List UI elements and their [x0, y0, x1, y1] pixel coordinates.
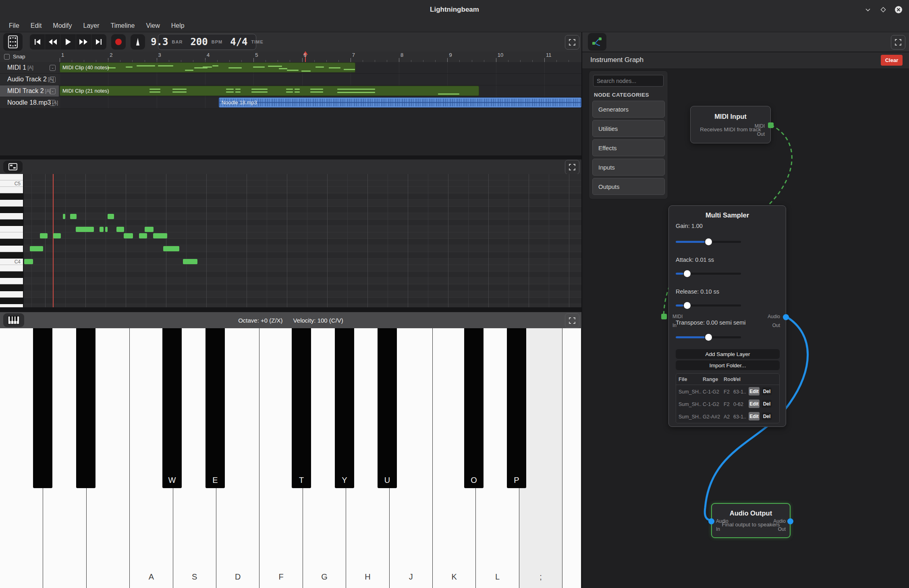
black-key-O[interactable]: O [464, 328, 484, 488]
roll-white-key[interactable]: C5 [0, 180, 23, 187]
audio-out-port[interactable] [787, 518, 793, 524]
midi-note[interactable] [40, 233, 48, 238]
delete-button[interactable]: Del [762, 412, 772, 420]
skip-to-start-button[interactable] [30, 34, 45, 50]
menu-item-timeline[interactable]: Timeline [105, 19, 141, 32]
import-folder-button[interactable]: Import Folder... [676, 360, 780, 370]
piano-roll-grid[interactable]: C5C4 [0, 174, 581, 307]
roll-white-key[interactable] [0, 232, 23, 239]
fast-forward-button[interactable] [76, 34, 91, 50]
midi-note[interactable] [70, 214, 77, 219]
menu-item-help[interactable]: Help [166, 19, 190, 32]
midi-input-node[interactable]: MIDI Input Receives MIDI from track MIDI… [690, 106, 771, 143]
midi-note[interactable] [100, 227, 104, 232]
black-key-T[interactable]: T [292, 328, 311, 488]
maximize-icon[interactable] [878, 4, 889, 15]
midi-clip[interactable]: MIDI Clip (40 notes) [60, 62, 355, 72]
timeline-ruler[interactable]: Snap 1234567891011 [0, 52, 581, 62]
play-button[interactable] [60, 34, 76, 50]
piano-roll-key-column[interactable]: C5C4 [0, 174, 24, 307]
graph-fullscreen-icon[interactable] [891, 35, 905, 50]
category-utilities[interactable]: Utilities [592, 120, 665, 137]
roll-black-key[interactable] [0, 271, 23, 278]
category-effects[interactable]: Effects [592, 139, 665, 156]
mini-view-icon[interactable] [3, 161, 23, 173]
track-name-cell[interactable]: Audio Track 2[A]- [0, 74, 59, 85]
midi-note[interactable] [163, 246, 179, 251]
roll-black-key[interactable] [0, 239, 23, 245]
menu-item-edit[interactable]: Edit [25, 19, 48, 32]
roll-black-key[interactable] [0, 193, 23, 200]
slider-thumb[interactable] [705, 334, 712, 341]
black-key-P[interactable]: P [507, 328, 526, 488]
audio-in-port[interactable] [708, 518, 714, 524]
black-key-U[interactable]: U [378, 328, 397, 488]
piano-roll-fullscreen-icon[interactable] [565, 160, 579, 174]
track-collapse-button[interactable]: - [50, 88, 56, 94]
roll-white-key[interactable] [0, 200, 23, 206]
midi-note[interactable] [105, 227, 108, 232]
black-key-Y[interactable]: Y [335, 328, 354, 488]
edit-button[interactable]: Edit [749, 387, 760, 395]
delete-button[interactable]: Del [762, 400, 772, 408]
slider-thumb[interactable] [684, 302, 691, 309]
roll-white-key[interactable] [0, 226, 23, 232]
slider-thumb[interactable] [705, 238, 712, 245]
midi-note[interactable] [30, 246, 43, 251]
audio-out-port[interactable] [783, 314, 789, 320]
param-slider[interactable] [676, 241, 741, 243]
roll-white-key[interactable] [0, 187, 23, 193]
roll-black-key[interactable] [0, 298, 23, 304]
category-generators[interactable]: Generators [592, 101, 665, 118]
track-name-cell[interactable]: MIDI Track 2[A]- [0, 85, 59, 97]
record-button[interactable] [111, 34, 126, 50]
category-inputs[interactable]: Inputs [592, 159, 665, 176]
roll-white-key[interactable] [0, 304, 23, 307]
node-graph-icon[interactable] [588, 33, 606, 51]
roll-black-key[interactable] [0, 284, 23, 291]
midi-note[interactable] [24, 259, 33, 264]
black-key-E[interactable]: E [205, 328, 225, 488]
track-name-cell[interactable]: Noodle 18.mp3[A]- [0, 97, 59, 108]
menu-item-view[interactable]: View [140, 19, 165, 32]
slider-thumb[interactable] [684, 270, 691, 277]
edit-button[interactable]: Edit [749, 400, 760, 408]
track-collapse-button[interactable]: - [50, 65, 56, 71]
roll-white-key[interactable] [0, 174, 23, 180]
track-lane[interactable] [59, 74, 581, 85]
black-key[interactable] [76, 328, 95, 488]
audio-clip[interactable]: Noodle 18.mp3 [219, 97, 581, 108]
track-collapse-button[interactable]: - [50, 77, 56, 83]
midi-out-port[interactable] [768, 122, 774, 128]
keyboard-fullscreen-icon[interactable] [565, 313, 579, 328]
track-row[interactable]: Audio Track 2[A]- [0, 74, 581, 85]
roll-white-key[interactable]: C4 [0, 259, 23, 265]
midi-note[interactable] [116, 227, 124, 232]
midi-clip[interactable]: MIDI Clip (21 notes) [60, 86, 479, 96]
roll-black-key[interactable] [0, 207, 23, 213]
roll-black-key[interactable] [0, 219, 23, 226]
track-collapse-button[interactable]: - [50, 100, 56, 106]
param-slider[interactable] [676, 304, 741, 306]
add-sample-layer-button[interactable]: Add Sample Layer [676, 349, 780, 359]
menu-item-layer[interactable]: Layer [77, 19, 105, 32]
menu-item-file[interactable]: File [3, 19, 25, 32]
roll-white-key[interactable] [0, 213, 23, 219]
white-key-partial[interactable] [562, 328, 581, 588]
rewind-button[interactable] [45, 34, 60, 50]
menu-item-modify[interactable]: Modify [47, 19, 77, 32]
black-key[interactable] [33, 328, 52, 488]
roll-white-key[interactable] [0, 246, 23, 252]
track-lane[interactable]: MIDI Clip (21 notes) [59, 85, 581, 97]
track-lane[interactable]: MIDI Clip (40 notes) [59, 62, 581, 73]
snap-checkbox[interactable] [4, 54, 10, 60]
tempo-display[interactable]: 9.3 BAR 200 BPM 4/4 TIME [158, 34, 256, 50]
audio-output-node[interactable]: Audio Output Final output to speakers Au… [711, 503, 791, 538]
midi-note[interactable] [76, 227, 94, 232]
track-row[interactable]: Noodle 18.mp3Noodle 18.mp3[A]- [0, 97, 581, 109]
midi-note[interactable] [108, 214, 114, 219]
graph-canvas[interactable]: NODE CATEGORIES GeneratorsUtilitiesEffec… [582, 69, 909, 588]
roll-black-key[interactable] [0, 252, 23, 259]
midi-note[interactable] [139, 233, 147, 238]
search-input[interactable] [593, 75, 664, 87]
